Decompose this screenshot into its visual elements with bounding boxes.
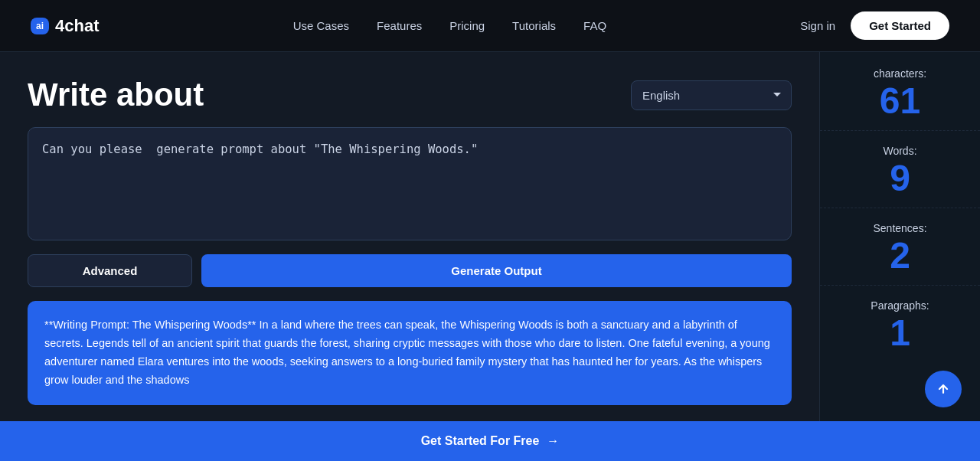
scroll-up-button[interactable] bbox=[925, 371, 962, 407]
sign-in-button[interactable]: Sign in bbox=[800, 19, 835, 32]
logo-link[interactable]: ai 4chat bbox=[31, 16, 100, 36]
content-area: Write about English Spanish French Germa… bbox=[0, 52, 819, 461]
page-title: Write about bbox=[28, 77, 204, 113]
nav-links: Use Cases Features Pricing Tutorials FAQ bbox=[293, 19, 606, 32]
output-text: **Writing Prompt: The Whispering Woods**… bbox=[44, 319, 770, 386]
logo-badge: ai bbox=[31, 18, 49, 34]
paragraphs-label: Paragraphs: bbox=[871, 299, 929, 312]
advanced-button[interactable]: Advanced bbox=[28, 254, 192, 287]
output-box: **Writing Prompt: The Whispering Woods**… bbox=[28, 301, 792, 405]
sentences-label: Sentences: bbox=[873, 222, 926, 234]
sentences-stat: Sentences: 2 bbox=[820, 208, 980, 286]
logo-text: 4chat bbox=[55, 16, 99, 36]
write-textarea[interactable] bbox=[28, 127, 792, 240]
nav-tutorials[interactable]: Tutorials bbox=[512, 19, 556, 32]
bottom-bar[interactable]: Get Started For Free → bbox=[0, 421, 980, 461]
main-layout: Write about English Spanish French Germa… bbox=[0, 52, 980, 461]
characters-label: characters: bbox=[874, 67, 926, 80]
navbar: ai 4chat Use Cases Features Pricing Tuto… bbox=[0, 0, 980, 52]
words-value: 9 bbox=[890, 160, 910, 197]
paragraphs-value: 1 bbox=[890, 315, 910, 351]
paragraphs-stat: Paragraphs: 1 bbox=[820, 286, 980, 362]
get-started-button[interactable]: Get Started bbox=[851, 11, 949, 40]
sentences-value: 2 bbox=[890, 237, 910, 274]
characters-value: 61 bbox=[880, 83, 920, 119]
arrow-up-icon bbox=[936, 381, 951, 397]
navbar-actions: Sign in Get Started bbox=[800, 11, 949, 40]
buttons-row: Advanced Generate Output bbox=[28, 254, 792, 287]
nav-faq[interactable]: FAQ bbox=[583, 19, 606, 32]
nav-use-cases[interactable]: Use Cases bbox=[293, 19, 349, 32]
generate-button[interactable]: Generate Output bbox=[201, 254, 792, 287]
bottom-bar-label: Get Started For Free bbox=[421, 434, 540, 448]
nav-pricing[interactable]: Pricing bbox=[449, 19, 485, 32]
characters-stat: characters: 61 bbox=[820, 64, 980, 131]
nav-features[interactable]: Features bbox=[377, 19, 422, 32]
words-label: Words: bbox=[883, 145, 916, 157]
words-stat: Words: 9 bbox=[820, 131, 980, 208]
title-row: Write about English Spanish French Germa… bbox=[28, 77, 792, 113]
language-select[interactable]: English Spanish French German Italian bbox=[631, 80, 792, 110]
bottom-bar-arrow: → bbox=[547, 434, 559, 448]
